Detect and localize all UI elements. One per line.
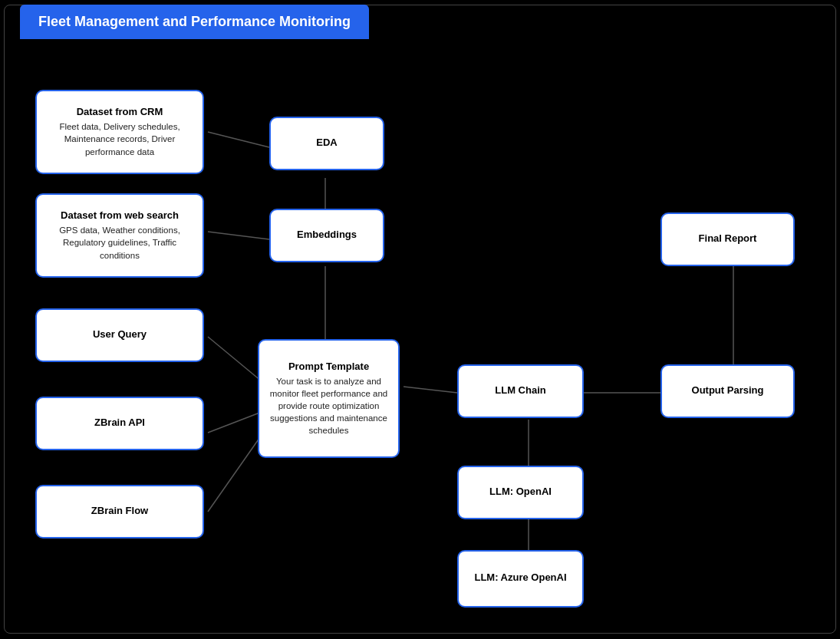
- dataset-crm-desc: Fleet data, Delivery schedules, Maintena…: [46, 120, 193, 157]
- llm-chain-node: LLM Chain: [457, 364, 584, 418]
- user-query-title: User Query: [93, 328, 147, 340]
- prompt-template-desc: Your task is to analyze and monitor flee…: [268, 375, 389, 436]
- zbrain-flow-title: ZBrain Flow: [91, 505, 148, 516]
- svg-line-1: [208, 232, 269, 239]
- zbrain-api-title: ZBrain API: [94, 417, 145, 428]
- llm-openai-node: LLM: OpenAI: [457, 466, 584, 519]
- eda-title: EDA: [316, 137, 337, 148]
- embeddings-node: Embeddings: [269, 209, 384, 262]
- page-title: Fleet Management and Performance Monitor…: [38, 14, 351, 29]
- prompt-template-node: Prompt Template Your task is to analyze …: [258, 339, 400, 458]
- output-parsing-title: Output Parsing: [692, 384, 764, 396]
- final-report-node: Final Report: [660, 212, 795, 266]
- prompt-template-title: Prompt Template: [288, 361, 369, 372]
- llm-azure-node: LLM: Azure OpenAI: [457, 550, 584, 608]
- llm-openai-title: LLM: OpenAI: [489, 486, 552, 497]
- llm-azure-title: LLM: Azure OpenAI: [474, 571, 566, 583]
- main-container: Fleet Management and Performance Monitor…: [4, 5, 836, 634]
- dataset-crm-node: Dataset from CRM Fleet data, Delivery sc…: [35, 90, 204, 174]
- dataset-crm-title: Dataset from CRM: [77, 106, 163, 117]
- dataset-web-node: Dataset from web search GPS data, Weathe…: [35, 193, 204, 278]
- svg-line-0: [208, 132, 269, 147]
- user-query-node: User Query: [35, 308, 204, 362]
- dataset-web-title: Dataset from web search: [61, 209, 179, 221]
- eda-node: EDA: [269, 117, 384, 170]
- output-parsing-node: Output Parsing: [660, 364, 795, 418]
- embeddings-title: Embeddings: [297, 229, 357, 240]
- final-report-title: Final Report: [699, 232, 757, 244]
- zbrain-api-node: ZBrain API: [35, 397, 204, 450]
- zbrain-flow-node: ZBrain Flow: [35, 485, 204, 539]
- svg-line-6: [208, 435, 262, 512]
- svg-line-7: [404, 387, 457, 393]
- llm-chain-title: LLM Chain: [495, 384, 545, 396]
- title-bar: Fleet Management and Performance Monitor…: [20, 5, 369, 39]
- svg-line-4: [208, 337, 262, 381]
- svg-line-5: [208, 412, 262, 433]
- dataset-web-desc: GPS data, Weather conditions, Regulatory…: [46, 224, 193, 261]
